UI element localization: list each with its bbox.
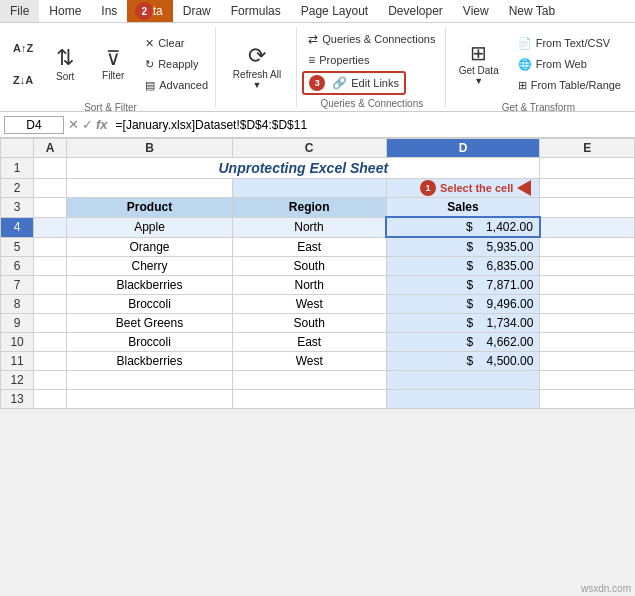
cell-e6[interactable]: [540, 257, 635, 276]
tab-new-tab[interactable]: New Tab: [499, 0, 565, 22]
cell-north-2[interactable]: North: [232, 276, 386, 295]
cancel-formula-icon[interactable]: ✕: [68, 117, 79, 132]
edit-links-button[interactable]: 3 🔗 Edit Links: [302, 71, 406, 95]
cell-broccoli-1[interactable]: Broccoli: [67, 295, 233, 314]
cell-east-2[interactable]: East: [232, 333, 386, 352]
cell-b13[interactable]: [67, 390, 233, 409]
from-table-button[interactable]: ⊞ From Table/Range: [512, 76, 627, 95]
cell-sales-apple[interactable]: $ 1,402.00: [386, 217, 540, 237]
filter-buttons: ⊽ Filter: [91, 29, 135, 99]
cell-c12[interactable]: [232, 371, 386, 390]
cell-sales-beet-greens[interactable]: $ 1,734.00: [386, 314, 540, 333]
cell-d13[interactable]: [386, 390, 540, 409]
cell-a11[interactable]: [34, 352, 67, 371]
clear-button[interactable]: ✕ Clear: [139, 34, 214, 53]
cell-a6[interactable]: [34, 257, 67, 276]
cell-east-1[interactable]: East: [232, 237, 386, 257]
cell-e13[interactable]: [540, 390, 635, 409]
cell-broccoli-2[interactable]: Broccoli: [67, 333, 233, 352]
cell-blackberries-1[interactable]: Blackberries: [67, 276, 233, 295]
cell-blackberries-2[interactable]: Blackberries: [67, 352, 233, 371]
cell-sales-header[interactable]: Sales: [386, 198, 540, 218]
cell-sales-orange[interactable]: $ 5,935.00: [386, 237, 540, 257]
tab-formulas[interactable]: Formulas: [221, 0, 291, 22]
cell-a1[interactable]: [34, 158, 67, 179]
cell-e12[interactable]: [540, 371, 635, 390]
cell-b12[interactable]: [67, 371, 233, 390]
cell-north-1[interactable]: North: [232, 217, 386, 237]
cell-west-2[interactable]: West: [232, 352, 386, 371]
from-text-csv-button[interactable]: 📄 From Text/CSV: [512, 34, 627, 53]
cell-reference-box[interactable]: [4, 116, 64, 134]
cell-e4[interactable]: [540, 217, 635, 237]
cell-cherry[interactable]: Cherry: [67, 257, 233, 276]
refresh-all-button[interactable]: ⟳ Refresh All ▼: [224, 32, 290, 102]
sort-az-icon: A↑Z: [13, 42, 33, 54]
cell-e11[interactable]: [540, 352, 635, 371]
cell-e8[interactable]: [540, 295, 635, 314]
cell-product-header[interactable]: Product: [67, 198, 233, 218]
tab-draw[interactable]: Draw: [173, 0, 221, 22]
cell-apple[interactable]: Apple: [67, 217, 233, 237]
filter-button[interactable]: ⊽ Filter: [91, 29, 135, 99]
cell-e1[interactable]: [540, 158, 635, 179]
cell-e9[interactable]: [540, 314, 635, 333]
cell-a3[interactable]: [34, 198, 67, 218]
sort-az-button[interactable]: A↑Z: [7, 33, 39, 63]
cell-a4[interactable]: [34, 217, 67, 237]
cell-a10[interactable]: [34, 333, 67, 352]
get-data-button[interactable]: ⊞ Get Data ▼: [450, 29, 508, 99]
cell-a2[interactable]: [34, 179, 67, 198]
sort-button[interactable]: ⇅ Sort: [43, 29, 87, 99]
cell-b2[interactable]: [67, 179, 233, 198]
tab-data[interactable]: 2 Data: [127, 0, 172, 22]
sort-za-button[interactable]: Z↓A: [7, 65, 39, 95]
cell-a7[interactable]: [34, 276, 67, 295]
col-header-b[interactable]: B: [67, 139, 233, 158]
tab-developer[interactable]: Developer: [378, 0, 453, 22]
cell-south-1[interactable]: South: [232, 257, 386, 276]
tab-insert[interactable]: Ins: [91, 0, 127, 22]
cell-a5[interactable]: [34, 237, 67, 257]
cell-a12[interactable]: [34, 371, 67, 390]
cell-title: Unprotecting Excel Sheet: [67, 158, 540, 179]
cell-d2[interactable]: 1 Select the cell: [386, 179, 540, 198]
cell-sales-blackberries-1[interactable]: $ 7,871.00: [386, 276, 540, 295]
cell-e3[interactable]: [540, 198, 635, 218]
from-web-button[interactable]: 🌐 From Web: [512, 55, 627, 74]
cell-c2[interactable]: [232, 179, 386, 198]
cell-e2[interactable]: [540, 179, 635, 198]
reapply-button[interactable]: ↻ Reapply: [139, 55, 214, 74]
tab-view[interactable]: View: [453, 0, 499, 22]
confirm-formula-icon[interactable]: ✓: [82, 117, 93, 132]
advanced-button[interactable]: ▤ Advanced: [139, 76, 214, 95]
col-header-a[interactable]: A: [34, 139, 67, 158]
col-header-e[interactable]: E: [540, 139, 635, 158]
cell-a9[interactable]: [34, 314, 67, 333]
cell-a8[interactable]: [34, 295, 67, 314]
cell-a13[interactable]: [34, 390, 67, 409]
cell-sales-blackberries-2[interactable]: $ 4,500.00: [386, 352, 540, 371]
tab-home[interactable]: Home: [39, 0, 91, 22]
cell-sales-cherry[interactable]: $ 6,835.00: [386, 257, 540, 276]
cell-d12[interactable]: [386, 371, 540, 390]
cell-sales-broccoli-2[interactable]: $ 4,662.00: [386, 333, 540, 352]
cell-west-1[interactable]: West: [232, 295, 386, 314]
queries-connections-button[interactable]: ⇄ Queries & Connections: [302, 29, 441, 49]
tab-page-layout[interactable]: Page Layout: [291, 0, 378, 22]
cell-e5[interactable]: [540, 237, 635, 257]
formula-input[interactable]: [112, 117, 631, 133]
cell-c13[interactable]: [232, 390, 386, 409]
col-header-c[interactable]: C: [232, 139, 386, 158]
tab-file[interactable]: File: [0, 0, 39, 22]
cell-south-2[interactable]: South: [232, 314, 386, 333]
cell-sales-broccoli-1[interactable]: $ 9,496.00: [386, 295, 540, 314]
properties-button[interactable]: ≡ Properties: [302, 50, 375, 70]
cell-region-header[interactable]: Region: [232, 198, 386, 218]
insert-function-icon[interactable]: fx: [96, 117, 108, 132]
cell-e10[interactable]: [540, 333, 635, 352]
cell-e7[interactable]: [540, 276, 635, 295]
col-header-d[interactable]: D: [386, 139, 540, 158]
cell-beet-greens[interactable]: Beet Greens: [67, 314, 233, 333]
cell-orange[interactable]: Orange: [67, 237, 233, 257]
